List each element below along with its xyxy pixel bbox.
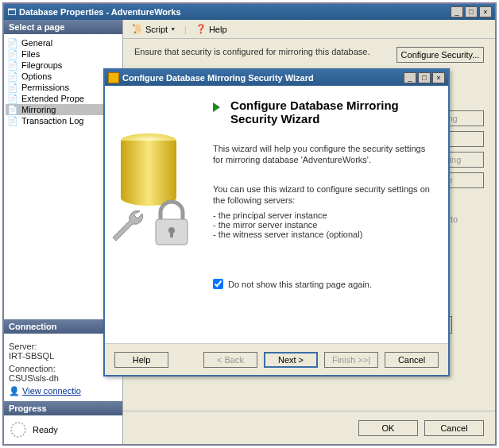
ok-button[interactable]: OK	[358, 420, 418, 436]
page-icon: 📄	[7, 94, 18, 103]
ensure-text: Ensure that security is configured for m…	[134, 47, 381, 56]
wizard-body: Configure Database Mirroring Security Wi…	[208, 86, 448, 343]
server-value: IRT-SBSQL	[9, 351, 118, 361]
page-icon: 📄	[7, 116, 18, 126]
script-button[interactable]: 📜 Script ▼	[126, 21, 181, 37]
cancel-button[interactable]: Cancel	[424, 420, 484, 436]
page-files[interactable]: 📄Files	[6, 48, 121, 60]
wizard-titlebar[interactable]: Configure Database Mirroring Security Wi…	[105, 70, 448, 86]
close-button[interactable]: ×	[479, 6, 492, 17]
list-item: - the witness server instance (optional)	[213, 230, 434, 239]
dialog-footer: OK Cancel	[123, 411, 495, 444]
page-label: Files	[21, 49, 40, 59]
wizard-heading: Configure Database Mirroring Security Wi…	[230, 98, 421, 126]
select-page-header: Select a page	[4, 20, 122, 34]
view-connection-link[interactable]: View connectio	[22, 386, 81, 396]
script-label: Script	[145, 25, 168, 34]
window-title: Database Properties - AdventureWorks	[19, 7, 449, 17]
wrench-icon	[108, 205, 148, 245]
wizard-title: Configure Database Mirroring Security Wi…	[122, 73, 402, 83]
page-label: Options	[21, 71, 52, 81]
chevron-down-icon: ▼	[170, 26, 176, 32]
wizard-next-button[interactable]: Next >	[264, 352, 318, 368]
page-icon: 📄	[7, 83, 18, 92]
page-icon: 📄	[7, 105, 18, 114]
page-general[interactable]: 📄General	[6, 37, 121, 48]
skip-page-checkbox[interactable]	[213, 279, 223, 289]
mirroring-security-wizard: Configure Database Mirroring Security Wi…	[103, 68, 450, 377]
app-icon: 🗔	[7, 7, 16, 17]
svg-rect-2	[170, 230, 173, 238]
spinner-icon	[10, 422, 26, 438]
wizard-server-list: - the principal server instance - the mi…	[213, 210, 434, 239]
help-button[interactable]: ❓ Help	[190, 21, 233, 37]
wizard-cancel-button[interactable]: Cancel	[385, 352, 439, 368]
page-label: General	[21, 38, 52, 48]
script-icon: 📜	[132, 24, 143, 34]
help-label: Help	[209, 25, 227, 34]
help-icon: ❓	[195, 24, 207, 34]
wizard-servers-text: You can use this wizard to configure sec…	[213, 183, 434, 207]
page-label: Filegroups	[21, 60, 62, 70]
page-label: Transaction Log	[21, 116, 83, 126]
maximize-button[interactable]: □	[465, 6, 478, 17]
connection-value: CSUS\sls-dh	[9, 373, 118, 383]
page-label: Permissions	[21, 83, 69, 92]
wizard-finish-button[interactable]: Finish >>|	[324, 352, 378, 368]
wizard-close-button[interactable]: ×	[432, 72, 445, 83]
page-icon: 📄	[7, 71, 18, 81]
list-item: - the principal server instance	[213, 210, 434, 220]
skip-page-label: Do not show this starting page again.	[228, 280, 372, 289]
wizard-intro-text: This wizard will help you configure the …	[213, 143, 434, 166]
server-label: Server:	[9, 342, 118, 351]
user-icon: 👤	[9, 386, 20, 396]
connection-label: Connection:	[9, 364, 118, 373]
wizard-back-button[interactable]: < Back	[203, 352, 257, 368]
toolbar: 📜 Script ▼ | ❓ Help	[123, 20, 495, 39]
page-icon: 📄	[7, 38, 18, 48]
padlock-icon	[149, 199, 194, 249]
wizard-minimize-button[interactable]: _	[404, 72, 416, 83]
wizard-help-button[interactable]: Help	[114, 352, 168, 368]
progress-panel: Progress Ready	[4, 401, 122, 444]
page-label: Extended Prope	[21, 94, 84, 103]
page-icon: 📄	[7, 60, 18, 70]
page-icon: 📄	[7, 49, 18, 59]
wizard-maximize-button[interactable]: □	[418, 72, 431, 83]
wizard-footer: Help < Back Next > Finish >>| Cancel	[105, 343, 448, 375]
progress-status: Ready	[33, 425, 58, 434]
progress-header: Progress	[4, 401, 122, 415]
sql-server-icon	[108, 72, 119, 83]
play-icon	[213, 102, 220, 112]
page-label: Mirroring	[21, 105, 56, 114]
configure-security-button[interactable]: Configure Security...	[396, 47, 484, 63]
list-item: - the mirror server instance	[213, 220, 434, 230]
wizard-illustration	[105, 86, 208, 343]
skip-page-checkbox-row[interactable]: Do not show this starting page again.	[213, 279, 434, 289]
titlebar[interactable]: 🗔 Database Properties - AdventureWorks _…	[4, 4, 495, 20]
minimize-button[interactable]: _	[451, 6, 463, 17]
